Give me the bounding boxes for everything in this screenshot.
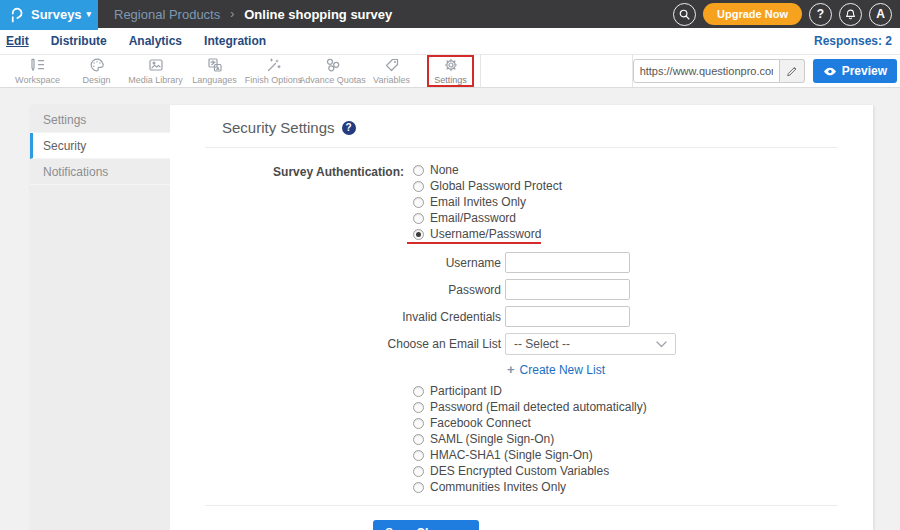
responses-count[interactable]: Responses: 2: [814, 34, 900, 48]
radio-email-password[interactable]: Email/Password: [413, 212, 516, 224]
workspace-icon: [30, 57, 46, 73]
toolbar-item-label: Languages: [192, 75, 237, 85]
toolbar-item-label: Workspace: [15, 75, 60, 85]
divider: [205, 147, 838, 148]
search-icon: [678, 8, 691, 21]
username-label: Username: [170, 256, 501, 270]
divider: [205, 505, 838, 506]
save-changes-button[interactable]: Save Changes: [373, 520, 479, 530]
upgrade-now-button[interactable]: Upgrade Now: [703, 3, 802, 25]
chevron-down-icon: [656, 341, 667, 348]
toolbar-item-label: Media Library: [128, 75, 183, 85]
questionpro-logo-icon: [9, 5, 24, 23]
toolbar-item-label: Settings: [434, 75, 467, 85]
eye-icon: [823, 66, 837, 77]
page-body: Settings Security Notifications Security…: [0, 105, 900, 530]
radio-circle: [413, 181, 424, 192]
preview-label: Preview: [842, 64, 887, 78]
radio-communities-invites-only[interactable]: Communities Invites Only: [413, 481, 566, 493]
radio-circle: [413, 418, 424, 429]
product-menu[interactable]: Surveys ▾: [0, 0, 98, 28]
settings-highlight-box: Settings: [427, 55, 474, 87]
username-input[interactable]: [505, 252, 630, 273]
auth-options-bottom: Participant ID Password (Email detected …: [413, 385, 873, 493]
help-button[interactable]: ?: [809, 3, 832, 26]
toolbar-item-label: Variables: [373, 75, 410, 85]
survey-url-input[interactable]: [633, 59, 780, 83]
finish-options-icon: [266, 57, 282, 73]
radio-circle: [413, 213, 424, 224]
toolbar-item-label: Finish Options: [245, 75, 303, 85]
settings-icon: [443, 57, 459, 73]
radio-none[interactable]: None: [413, 164, 459, 176]
radio-facebook-connect[interactable]: Facebook Connect: [413, 417, 531, 429]
radio-circle-checked: [413, 229, 424, 240]
app-window: Surveys ▾ Regional Products › Online sho…: [0, 0, 900, 530]
breadcrumb-current: Online shopping survey: [244, 7, 392, 22]
edit-url-button[interactable]: [780, 59, 805, 83]
radio-circle: [413, 386, 424, 397]
section-tabs: Edit Distribute Analytics Integration Re…: [0, 28, 900, 55]
security-settings-panel: Security Settings ? Survey Authenticatio…: [170, 105, 873, 530]
avatar-letter: A: [876, 7, 885, 21]
variables-icon: [384, 57, 400, 73]
radio-global-password-protect[interactable]: Global Password Protect: [413, 180, 562, 192]
chevron-down-icon: ▾: [87, 9, 92, 19]
toolbar-item-workspace[interactable]: Workspace: [8, 55, 67, 87]
radio-email-invites-only[interactable]: Email Invites Only: [413, 196, 526, 208]
top-bar: Surveys ▾ Regional Products › Online sho…: [0, 0, 900, 28]
radio-circle: [413, 466, 424, 477]
sidebar-item-settings[interactable]: Settings: [30, 107, 170, 133]
invalid-credentials-label: Invalid Credentials: [170, 310, 501, 324]
account-avatar[interactable]: A: [869, 3, 892, 26]
breadcrumb-parent[interactable]: Regional Products: [114, 7, 220, 22]
auth-options-top: None Global Password Protect Email Invit…: [413, 164, 562, 244]
product-menu-label: Surveys: [31, 7, 82, 22]
radio-circle: [413, 450, 424, 461]
design-icon: [89, 57, 105, 73]
toolbar-item-finish-options[interactable]: Finish Options: [244, 55, 303, 87]
bell-icon: [844, 8, 857, 21]
advance-quotas-icon: [325, 57, 341, 73]
tab-distribute[interactable]: Distribute: [51, 34, 107, 48]
toolbar-item-design[interactable]: Design: [67, 55, 126, 87]
breadcrumb: Regional Products › Online shopping surv…: [98, 7, 392, 22]
radio-des-encrypted-custom-variables[interactable]: DES Encrypted Custom Variables: [413, 465, 609, 477]
sidebar-item-notifications[interactable]: Notifications: [30, 159, 170, 185]
settings-card: Settings Security Notifications Security…: [30, 105, 873, 530]
radio-username-password[interactable]: Username/Password: [413, 228, 541, 240]
pencil-icon: [786, 65, 798, 77]
sidebar-item-security[interactable]: Security: [30, 133, 170, 159]
radio-participant-id[interactable]: Participant ID: [413, 385, 502, 397]
email-list-select[interactable]: -- Select --: [505, 333, 676, 355]
tab-analytics[interactable]: Analytics: [129, 34, 182, 48]
radio-circle: [413, 402, 424, 413]
toolbar-item-label: Design: [82, 75, 110, 85]
radio-saml-sso[interactable]: SAML (Single Sign-On): [413, 433, 554, 445]
edit-toolbar: Workspace Design Media Library Languages: [0, 55, 900, 88]
title-help-icon[interactable]: ?: [342, 121, 356, 135]
search-button[interactable]: [673, 3, 696, 26]
toolbar-item-settings[interactable]: Settings: [421, 55, 480, 87]
create-new-list-link[interactable]: + Create New List: [507, 363, 605, 377]
toolbar-item-label: Advance Quotas: [299, 75, 366, 85]
media-library-icon: [148, 57, 164, 73]
question-mark-icon: ?: [817, 7, 824, 21]
tab-edit[interactable]: Edit: [6, 34, 29, 48]
breadcrumb-separator: ›: [230, 7, 234, 21]
toolbar-item-advance-quotas[interactable]: Advance Quotas: [303, 55, 362, 87]
toolbar-item-variables[interactable]: Variables: [362, 55, 421, 87]
notifications-button[interactable]: [839, 3, 862, 26]
preview-button[interactable]: Preview: [813, 59, 897, 83]
survey-authentication-label: Survey Authentication:: [170, 164, 404, 179]
radio-circle: [413, 165, 424, 176]
radio-password-email-detected[interactable]: Password (Email detected automatically): [413, 401, 647, 413]
toolbar-item-languages[interactable]: Languages: [185, 55, 244, 87]
page-title: Security Settings: [222, 119, 335, 136]
password-input[interactable]: [505, 279, 630, 300]
settings-sidebar: Settings Security Notifications: [30, 105, 170, 530]
radio-hmac-sha1-sso[interactable]: HMAC-SHA1 (Single Sign-On): [413, 449, 593, 461]
toolbar-item-media-library[interactable]: Media Library: [126, 55, 185, 87]
tab-integration[interactable]: Integration: [204, 34, 266, 48]
invalid-credentials-input[interactable]: [505, 306, 630, 327]
